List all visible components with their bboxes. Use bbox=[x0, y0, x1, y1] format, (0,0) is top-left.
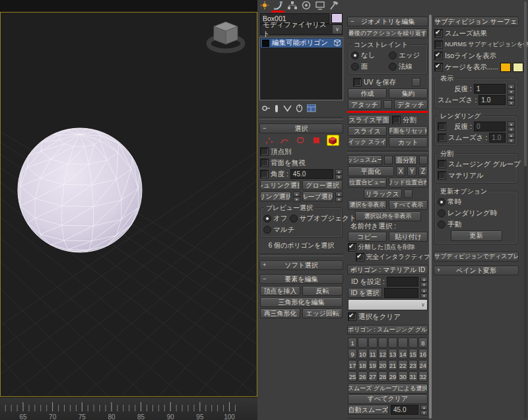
pin-stack-icon[interactable] bbox=[262, 104, 271, 112]
tab-utilities[interactable] bbox=[328, 1, 340, 11]
smoothing-group-button-28[interactable]: 28 bbox=[378, 371, 387, 382]
grow-button[interactable]: グロー選択 bbox=[302, 180, 343, 190]
loop-spinner[interactable]: ▲▼ bbox=[335, 192, 343, 201]
set-id-field[interactable] bbox=[387, 277, 418, 287]
set-id-spinner[interactable]: ▲▼ bbox=[420, 277, 428, 287]
retriangulate-button[interactable]: 再三角形化 bbox=[260, 308, 300, 318]
smoothing-group-button-7[interactable] bbox=[409, 337, 418, 348]
viewport-canvas[interactable] bbox=[1, 13, 257, 396]
smoothing-group-button-24[interactable]: 24 bbox=[418, 360, 428, 370]
select-id-button[interactable]: ID を選択 bbox=[348, 288, 382, 298]
smoothing-group-button-32[interactable]: 32 bbox=[418, 371, 428, 382]
rollout-paint-deformation[interactable]: +ペイント変形 bbox=[434, 265, 519, 275]
angle-field[interactable]: 45.0 bbox=[290, 169, 333, 179]
angle-spinner[interactable]: ▲▼ bbox=[335, 169, 343, 179]
render-smoothness-field[interactable]: 1.0 bbox=[489, 133, 506, 143]
configure-modifier-sets-icon[interactable] bbox=[307, 104, 316, 112]
rollout-subdivision-surface[interactable]: −サブディビジョン サーフェス bbox=[434, 17, 519, 26]
smoothing-group-button-9[interactable]: 9 bbox=[348, 349, 357, 359]
remove-modifier-icon[interactable] bbox=[296, 104, 303, 112]
clear-all-button[interactable]: すべてクリア bbox=[348, 394, 428, 404]
viewcube[interactable] bbox=[209, 22, 243, 51]
modifier-list-dropdown[interactable]: モディファイヤリスト ∨ bbox=[260, 24, 343, 35]
auto-smooth-spinner[interactable]: ▲▼ bbox=[420, 405, 428, 415]
smoothing-group-button-31[interactable]: 31 bbox=[409, 371, 418, 382]
clear-selection-checkbox[interactable] bbox=[348, 312, 356, 321]
msmooth-settings-button[interactable] bbox=[384, 156, 393, 164]
render-iterations-field[interactable]: 0 bbox=[474, 122, 506, 131]
planar-x-button[interactable]: X bbox=[396, 166, 405, 176]
smoothing-group-button-30[interactable]: 30 bbox=[398, 371, 407, 382]
ring-button[interactable]: リング選択 bbox=[260, 192, 291, 201]
stack-item-editable-poly[interactable]: 編集可能ポリゴン bbox=[261, 38, 342, 48]
smoothing-group-button-22[interactable]: 22 bbox=[398, 360, 407, 370]
make-unique-icon[interactable] bbox=[283, 105, 292, 112]
smoothing-group-button-23[interactable]: 23 bbox=[409, 360, 418, 370]
smoothing-group-button-10[interactable]: 10 bbox=[358, 349, 367, 359]
render-smoothness-checkbox[interactable] bbox=[438, 133, 446, 142]
rollout-selection[interactable]: −選択 bbox=[259, 123, 343, 133]
delete-isolated-checkbox[interactable] bbox=[348, 243, 356, 252]
create-button[interactable]: 作成 bbox=[348, 88, 387, 98]
by-vertex-checkbox[interactable] bbox=[260, 147, 269, 156]
rollout-edit-elements[interactable]: −要素を編集 bbox=[259, 274, 343, 284]
hide-selected-button[interactable]: 選択を非表示 bbox=[348, 200, 387, 210]
rollout-material-ids[interactable]: −ポリゴン : マテリアル ID bbox=[347, 265, 428, 275]
render-iterations-spinner[interactable]: ▲▼ bbox=[508, 122, 515, 131]
tab-motion[interactable] bbox=[300, 1, 312, 11]
smoothing-group-button-1[interactable]: 1 bbox=[348, 337, 357, 348]
smoothing-group-button-11[interactable]: 11 bbox=[368, 349, 378, 359]
update-when-rendering-radio[interactable] bbox=[438, 209, 446, 217]
edge-mode-button[interactable] bbox=[279, 135, 290, 145]
smoothing-group-button-6[interactable] bbox=[398, 337, 407, 348]
ring-spinner[interactable]: ▲▼ bbox=[293, 192, 300, 201]
select-id-field[interactable] bbox=[384, 288, 418, 298]
edit-triangulation-button[interactable]: 三角形化を編集 bbox=[260, 297, 343, 307]
update-button[interactable]: 更新 bbox=[451, 230, 502, 241]
auto-smooth-button[interactable]: 自動スムーズ bbox=[348, 405, 389, 415]
update-always-radio[interactable] bbox=[438, 198, 446, 206]
vertex-mode-button[interactable] bbox=[263, 135, 275, 145]
tab-create[interactable] bbox=[259, 1, 271, 11]
display-iterations-field[interactable]: 1 bbox=[474, 84, 506, 94]
smoothing-group-button-29[interactable]: 29 bbox=[388, 371, 397, 382]
element-mode-button[interactable] bbox=[327, 135, 339, 146]
smoothing-group-button-13[interactable]: 13 bbox=[388, 349, 397, 359]
smoothing-group-button-8[interactable]: 8 bbox=[418, 337, 428, 348]
modifier-stack[interactable]: 編集可能ポリゴン bbox=[259, 37, 343, 100]
material-name-dropdown[interactable]: ∨ bbox=[348, 299, 428, 310]
grid-align-button[interactable]: グリッド位置合わせ bbox=[389, 178, 428, 188]
loop-button[interactable]: ループ選択 bbox=[302, 192, 333, 201]
smoothing-group-button-25[interactable]: 25 bbox=[348, 371, 357, 382]
select-by-smooth-group-button[interactable]: スムーズ グループによる選択 bbox=[348, 384, 428, 394]
detach-button[interactable]: デタッチ bbox=[394, 100, 428, 110]
perspective-viewport[interactable] bbox=[0, 12, 257, 397]
smoothing-group-button-19[interactable]: 19 bbox=[368, 360, 378, 370]
render-smoothness-spinner[interactable]: ▲▼ bbox=[508, 133, 515, 143]
attach-button[interactable]: アタッチ bbox=[348, 100, 381, 110]
unhide-all-button[interactable]: すべて表示 bbox=[389, 200, 428, 210]
smoothing-group-button-18[interactable]: 18 bbox=[358, 360, 367, 370]
panel-scrollbar[interactable] bbox=[524, 1, 527, 419]
full-interactivity-checkbox[interactable] bbox=[356, 253, 364, 262]
slice-button[interactable]: スライス bbox=[348, 126, 387, 136]
make-planar-button[interactable]: 平面化 bbox=[348, 166, 394, 176]
column2-scrollbar[interactable] bbox=[429, 15, 432, 419]
smoothing-group-button-14[interactable]: 14 bbox=[398, 349, 407, 359]
auto-smooth-field[interactable]: 45.0 bbox=[391, 405, 418, 415]
smoothing-group-button-20[interactable]: 20 bbox=[378, 360, 387, 370]
copy-button[interactable]: コピー bbox=[348, 232, 387, 242]
cage-color-swatch-2[interactable] bbox=[513, 63, 523, 72]
show-end-result-icon[interactable] bbox=[275, 104, 279, 113]
separate-smoothing-groups-checkbox[interactable] bbox=[438, 160, 446, 168]
tessellate-button[interactable]: 面分割 bbox=[395, 155, 417, 165]
smoothing-group-button-16[interactable]: 16 bbox=[418, 349, 428, 359]
preview-off-radio[interactable] bbox=[263, 215, 271, 223]
smoothing-group-button-12[interactable]: 12 bbox=[378, 349, 387, 359]
planar-z-button[interactable]: Z bbox=[418, 166, 428, 176]
preview-multi-radio[interactable] bbox=[263, 226, 271, 234]
constraint-edge-radio[interactable] bbox=[389, 52, 397, 59]
use-nurms-checkbox[interactable] bbox=[434, 40, 443, 49]
smooth-result-checkbox[interactable] bbox=[434, 29, 443, 38]
insert-vertex-button[interactable]: 頂点を挿入 bbox=[260, 286, 300, 296]
